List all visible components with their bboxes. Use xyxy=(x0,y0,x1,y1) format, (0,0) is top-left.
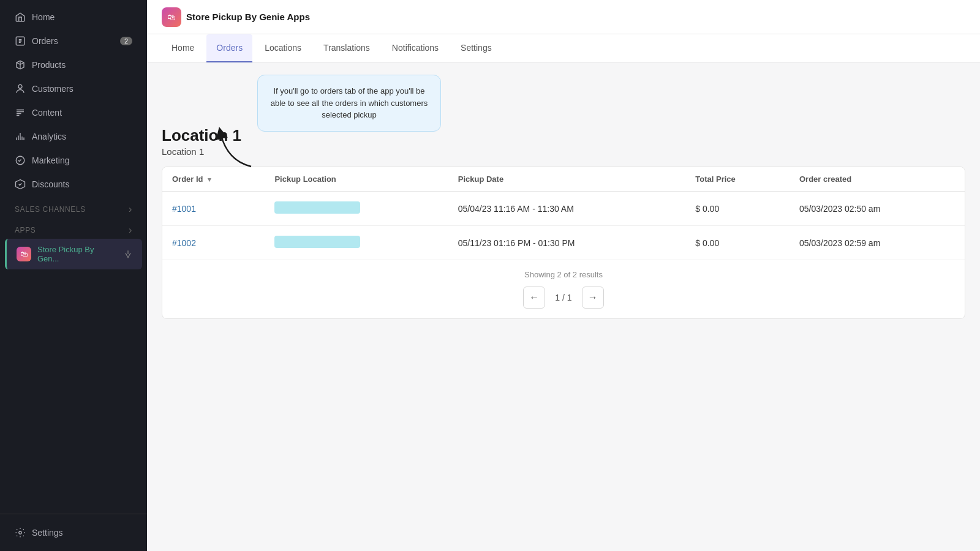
tab-settings[interactable]: Settings xyxy=(451,34,502,62)
sidebar-item-settings[interactable]: Settings xyxy=(5,520,142,545)
orders-table-container: Order Id ▾ Pickup Location Pickup Date T… xyxy=(162,167,965,319)
pagination-controls: ← 1 / 1 → xyxy=(172,287,955,309)
products-icon xyxy=(15,59,26,70)
sidebar-item-customers[interactable]: Customers xyxy=(5,77,142,100)
col-order-created: Order created xyxy=(790,167,965,192)
total-price-cell: $ 0.00 xyxy=(685,226,790,260)
order-link-1002[interactable]: #1002 xyxy=(172,238,196,248)
order-created-cell: 05/03/2023 02:59 am xyxy=(790,226,965,260)
pickup-location-cell xyxy=(265,226,448,260)
callout-text: If you'll go to orders tab of the app yo… xyxy=(271,86,428,119)
home-icon xyxy=(15,12,26,23)
sidebar: Home Orders 2 Products Customers Content… xyxy=(0,0,147,551)
app-icon: 🛍 xyxy=(17,247,31,261)
customers-icon xyxy=(15,83,26,94)
settings-label: Settings xyxy=(32,528,63,538)
apps-section: Apps › xyxy=(5,217,142,238)
app-label: Store Pickup By Gen... xyxy=(37,245,118,263)
pagination-section: Showing 2 of 2 results ← 1 / 1 → xyxy=(162,260,965,318)
prev-page-button[interactable]: ← xyxy=(523,287,545,309)
svg-point-3 xyxy=(19,531,22,534)
sales-channels-section: Sales channels › xyxy=(5,197,142,217)
col-total-price: Total Price xyxy=(685,167,790,192)
table-row: #1001 05/04/23 11:16 AM - 11:30 AM $ 0.0… xyxy=(162,192,965,226)
orders-icon xyxy=(15,36,26,47)
app-header-icon: 🛍 xyxy=(162,7,181,27)
page-content: If you'll go to orders tab of the app yo… xyxy=(147,62,980,551)
sidebar-item-label: Analytics xyxy=(32,132,66,141)
sidebar-item-label: Home xyxy=(32,12,55,22)
order-id-cell: #1002 xyxy=(162,226,265,260)
order-created-cell: 05/03/2023 02:50 am xyxy=(790,192,965,226)
sidebar-item-orders[interactable]: Orders 2 xyxy=(5,29,142,53)
settings-icon xyxy=(15,527,26,538)
page-indicator: 1 / 1 xyxy=(550,293,576,302)
marketing-icon xyxy=(15,155,26,166)
analytics-icon xyxy=(15,131,26,142)
tab-home[interactable]: Home xyxy=(162,34,204,62)
next-page-button[interactable]: → xyxy=(582,287,604,309)
orders-table: Order Id ▾ Pickup Location Pickup Date T… xyxy=(162,167,965,260)
chevron-right-icon: › xyxy=(129,225,132,236)
tab-orders[interactable]: Orders xyxy=(206,34,252,62)
tabs-bar: Home Orders Locations Translations Notif… xyxy=(147,34,980,62)
tab-locations[interactable]: Locations xyxy=(255,34,311,62)
orders-badge: 2 xyxy=(120,37,132,45)
order-link-1001[interactable]: #1001 xyxy=(172,204,196,214)
pin-icon xyxy=(124,250,132,258)
app-header-title: Store Pickup By Genie Apps xyxy=(186,12,310,22)
col-pickup-date: Pickup Date xyxy=(448,167,686,192)
tab-translations[interactable]: Translations xyxy=(314,34,380,62)
content-icon xyxy=(15,107,26,118)
sidebar-bottom: Settings xyxy=(0,514,147,551)
discounts-icon xyxy=(15,179,26,190)
showing-text: Showing 2 of 2 results xyxy=(172,270,955,279)
sidebar-item-marketing[interactable]: Marketing xyxy=(5,149,142,172)
chevron-right-icon: › xyxy=(129,204,132,215)
sidebar-nav: Home Orders 2 Products Customers Content… xyxy=(0,0,147,514)
svg-point-1 xyxy=(18,84,22,88)
sidebar-item-label: Products xyxy=(32,60,66,70)
app-header: 🛍 Store Pickup By Genie Apps xyxy=(147,0,980,34)
sidebar-item-home[interactable]: Home xyxy=(5,6,142,29)
pickup-location-cell xyxy=(265,192,448,226)
sidebar-item-store-pickup[interactable]: 🛍 Store Pickup By Gen... xyxy=(5,239,142,269)
location-subtitle: Location 1 xyxy=(162,146,965,157)
sort-icon: ▾ xyxy=(208,176,211,184)
pickup-date-cell: 05/04/23 11:16 AM - 11:30 AM xyxy=(448,192,686,226)
pickup-location-bar xyxy=(274,236,360,248)
table-row: #1002 05/11/23 01:16 PM - 01:30 PM $ 0.0… xyxy=(162,226,965,260)
col-pickup-location: Pickup Location xyxy=(265,167,448,192)
sidebar-item-discounts[interactable]: Discounts xyxy=(5,173,142,196)
sidebar-item-label: Discounts xyxy=(32,179,69,189)
sidebar-item-label: Orders xyxy=(32,36,58,46)
sidebar-item-products[interactable]: Products xyxy=(5,53,142,77)
sidebar-item-label: Content xyxy=(32,108,62,118)
tab-notifications[interactable]: Notifications xyxy=(382,34,448,62)
main-content: 🛍 Store Pickup By Genie Apps Home Orders… xyxy=(147,0,980,551)
arrow-annotation xyxy=(214,124,263,175)
sidebar-item-label: Customers xyxy=(32,84,74,94)
total-price-cell: $ 0.00 xyxy=(685,192,790,226)
sidebar-item-analytics[interactable]: Analytics xyxy=(5,125,142,148)
order-id-cell: #1001 xyxy=(162,192,265,226)
pickup-date-cell: 05/11/23 01:16 PM - 01:30 PM xyxy=(448,226,686,260)
callout-tooltip: If you'll go to orders tab of the app yo… xyxy=(257,75,441,132)
pickup-location-bar xyxy=(274,201,360,214)
sidebar-item-content[interactable]: Content xyxy=(5,101,142,124)
sidebar-item-label: Marketing xyxy=(32,156,69,165)
